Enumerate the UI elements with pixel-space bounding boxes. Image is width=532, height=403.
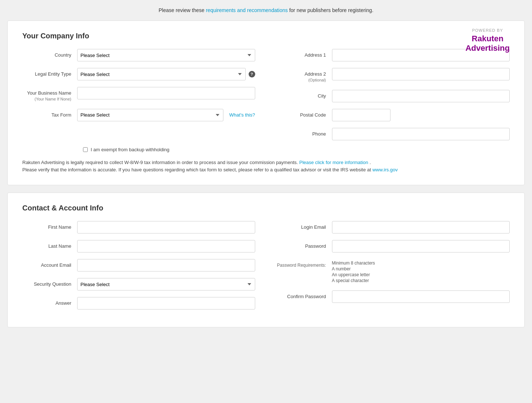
phone-label: Phone — [277, 128, 332, 137]
powered-by-section: POWERED BY Rakuten Advertising — [465, 28, 510, 53]
business-name-input[interactable] — [77, 87, 255, 99]
first-name-input[interactable] — [77, 221, 255, 233]
confirm-password-control — [332, 290, 510, 303]
top-notice-text2: for new publishers before registering. — [288, 7, 373, 13]
tax-form-control: Please Select What's this? — [77, 109, 255, 121]
legal-entity-control: Please Select ? — [77, 68, 255, 80]
contact-info-card: Contact & Account Info First Name Last N… — [7, 193, 525, 327]
address2-label: Address 2 (Optional) — [277, 68, 332, 83]
legal-entity-label: Legal Entity Type — [22, 68, 77, 77]
security-question-control: Please Select — [77, 278, 255, 290]
irs-link[interactable]: www.irs.gov — [372, 167, 397, 172]
account-email-control — [77, 259, 255, 271]
tax-form-label: Tax Form — [22, 109, 77, 118]
whats-this-link[interactable]: What's this? — [229, 112, 255, 118]
password-req-items: Minimum 8 characters A number An upperca… — [332, 261, 510, 283]
account-email-label: Account Email — [22, 259, 77, 269]
contact-info-title: Contact & Account Info — [22, 204, 510, 212]
tax-form-select[interactable]: Please Select — [77, 109, 223, 121]
confirm-password-label: Confirm Password — [277, 290, 332, 300]
business-name-control — [77, 87, 255, 99]
tax-info-link[interactable]: Please click for more information — [299, 160, 368, 165]
company-info-card: POWERED BY Rakuten Advertising Your Comp… — [7, 20, 525, 185]
top-notice-text1: Please review these — [159, 7, 206, 13]
login-email-control — [332, 221, 510, 233]
tax-notice-text1: Rakuten Advertising is legally required … — [22, 160, 299, 165]
tax-form-wrapper: Please Select What's this? — [77, 109, 255, 121]
legal-entity-wrapper: Please Select ? — [77, 68, 255, 80]
city-input[interactable] — [332, 90, 510, 102]
password-req-label: Password Requirements: — [277, 259, 332, 269]
address2-control — [332, 68, 510, 80]
security-question-group: Security Question Please Select — [22, 278, 255, 290]
contact-right-column: Login Email Password Password Requiremen… — [277, 221, 510, 316]
legal-entity-select[interactable]: Please Select — [77, 68, 246, 80]
login-email-label: Login Email — [277, 221, 332, 231]
tax-form-group: Tax Form Please Select What's this? — [22, 109, 255, 121]
req-item-1: A number — [332, 266, 510, 271]
security-question-select[interactable]: Please Select — [77, 278, 255, 290]
company-info-grid: Country Please Select Legal Entity Type … — [22, 49, 510, 147]
rakuten-logo: Rakuten Advertising — [465, 34, 510, 53]
backup-withholding-group: I am exempt from backup withholding — [83, 147, 510, 152]
powered-by-label: POWERED BY — [465, 28, 510, 33]
answer-control — [77, 297, 255, 309]
last-name-control — [77, 240, 255, 252]
requirements-link[interactable]: requirements and recommendations — [206, 7, 288, 13]
phone-group: Phone — [277, 128, 510, 140]
password-input[interactable] — [332, 240, 510, 252]
contact-info-grid: First Name Last Name Account Email — [22, 221, 510, 316]
country-label: Country — [22, 49, 77, 58]
phone-input[interactable] — [332, 128, 510, 140]
answer-input[interactable] — [77, 297, 255, 309]
top-notice: Please review these requirements and rec… — [7, 7, 525, 13]
password-label: Password — [277, 240, 332, 250]
city-group: City — [277, 90, 510, 102]
password-requirements-list: Minimum 8 characters A number An upperca… — [332, 259, 510, 284]
address1-label: Address 1 — [277, 49, 332, 58]
country-control: Please Select — [77, 49, 255, 61]
phone-control — [332, 128, 510, 140]
password-group: Password — [277, 240, 510, 252]
first-name-label: First Name — [22, 221, 77, 231]
city-label: City — [277, 90, 332, 99]
business-name-group: Your Business Name (Your Name If None) — [22, 87, 255, 102]
postal-code-label: Postal Code — [277, 109, 332, 118]
backup-withholding-checkbox[interactable] — [83, 147, 88, 152]
legal-entity-help-icon[interactable]: ? — [249, 71, 255, 77]
login-email-group: Login Email — [277, 221, 510, 233]
first-name-control — [77, 221, 255, 233]
account-email-input[interactable] — [77, 259, 255, 271]
last-name-group: Last Name — [22, 240, 255, 252]
postal-code-input[interactable] — [332, 109, 390, 121]
confirm-password-group: Confirm Password — [277, 290, 510, 303]
first-name-group: First Name — [22, 221, 255, 233]
req-item-3: A special character — [332, 278, 510, 283]
login-email-input[interactable] — [332, 221, 510, 233]
req-item-0: Minimum 8 characters — [332, 261, 510, 266]
city-control — [332, 90, 510, 102]
country-select[interactable]: Please Select — [77, 49, 255, 61]
confirm-password-input[interactable] — [332, 290, 510, 303]
last-name-label: Last Name — [22, 240, 77, 250]
company-left-column: Country Please Select Legal Entity Type … — [22, 49, 255, 147]
last-name-input[interactable] — [77, 240, 255, 252]
answer-group: Answer — [22, 297, 255, 309]
account-email-group: Account Email — [22, 259, 255, 271]
req-item-2: An uppercase letter — [332, 272, 510, 277]
company-info-title: Your Company Info — [22, 32, 510, 40]
address2-group: Address 2 (Optional) — [277, 68, 510, 83]
company-right-column: Address 1 Address 2 (Optional) City — [277, 49, 510, 147]
password-requirements-group: Password Requirements: Minimum 8 charact… — [277, 259, 510, 284]
address2-input[interactable] — [332, 68, 510, 80]
security-question-label: Security Question — [22, 278, 77, 288]
contact-left-column: First Name Last Name Account Email — [22, 221, 255, 316]
country-group: Country Please Select — [22, 49, 255, 61]
backup-withholding-label: I am exempt from backup withholding — [91, 147, 169, 152]
answer-label: Answer — [22, 297, 77, 307]
postal-code-group: Postal Code — [277, 109, 510, 121]
tax-notice: Rakuten Advertising is legally required … — [22, 159, 510, 174]
postal-code-control — [332, 109, 510, 121]
legal-entity-group: Legal Entity Type Please Select ? — [22, 68, 255, 80]
business-name-label: Your Business Name (Your Name If None) — [22, 87, 77, 102]
